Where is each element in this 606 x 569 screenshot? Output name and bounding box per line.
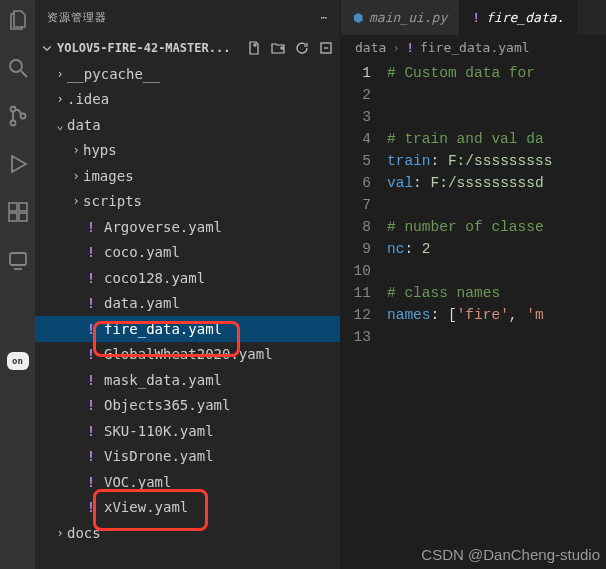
chevron-right-icon: ›: [69, 169, 83, 183]
svg-point-0: [10, 60, 22, 72]
refresh-icon[interactable]: [294, 40, 310, 56]
tree-folder-scripts[interactable]: ›scripts: [35, 189, 340, 215]
svg-rect-9: [19, 203, 27, 211]
svg-point-2: [10, 107, 15, 112]
yaml-icon: !: [83, 448, 99, 464]
yaml-icon: !: [406, 40, 414, 55]
tree-file-argoverse[interactable]: !Argoverse.yaml: [35, 214, 340, 240]
tree-folder-pycache[interactable]: ›__pycache__: [35, 61, 340, 87]
sidebar-title-label: 资源管理器: [47, 10, 107, 25]
root-folder-label: YOLOV5-FIRE-42-MASTER...: [57, 41, 242, 55]
folder-header[interactable]: YOLOV5-FIRE-42-MASTER...: [35, 35, 340, 61]
yaml-icon: !: [472, 10, 480, 25]
search-icon[interactable]: [6, 56, 30, 80]
svg-rect-7: [9, 213, 17, 221]
tree-file-coco128[interactable]: !coco128.yaml: [35, 265, 340, 291]
svg-rect-8: [19, 213, 27, 221]
activity-bar: on: [0, 0, 35, 569]
yaml-icon: !: [83, 219, 99, 235]
svg-line-1: [21, 71, 27, 77]
yaml-icon: !: [83, 244, 99, 260]
chevron-right-icon: ›: [53, 526, 67, 540]
editor-area: ⬢ main_ui.py ! fire_data. data › ! fire_…: [340, 0, 606, 569]
tree-file-fire-data[interactable]: !fire_data.yaml: [35, 316, 340, 342]
remote-icon[interactable]: [6, 248, 30, 272]
tab-main-ui[interactable]: ⬢ main_ui.py: [341, 0, 460, 35]
sidebar-title: 资源管理器 ⋯: [35, 0, 340, 35]
tree-file-voc[interactable]: !VOC.yaml: [35, 469, 340, 495]
chevron-right-icon: ›: [392, 40, 400, 55]
chevron-down-icon: [41, 42, 53, 54]
svg-marker-5: [12, 156, 26, 172]
file-tree[interactable]: ›__pycache__ ›.idea ⌄data ›hyps ›images …: [35, 61, 340, 569]
svg-point-3: [10, 121, 15, 126]
sidebar-explorer: 资源管理器 ⋯ YOLOV5-FIRE-42-MASTER... ›__pyca…: [35, 0, 340, 569]
svg-rect-6: [9, 203, 17, 211]
watermark: CSDN @DanCheng-studio: [421, 546, 600, 563]
tree-folder-idea[interactable]: ›.idea: [35, 87, 340, 113]
yaml-icon: !: [83, 474, 99, 490]
breadcrumb[interactable]: data › ! fire_data.yaml: [341, 35, 606, 59]
editor-tabs: ⬢ main_ui.py ! fire_data.: [341, 0, 606, 35]
tree-file-sku110k[interactable]: !SKU-110K.yaml: [35, 418, 340, 444]
new-folder-icon[interactable]: [270, 40, 286, 56]
tree-file-visdrone[interactable]: !VisDrone.yaml: [35, 444, 340, 470]
tree-file-coco[interactable]: !coco.yaml: [35, 240, 340, 266]
yaml-icon: !: [83, 423, 99, 439]
chevron-right-icon: ›: [53, 92, 67, 106]
svg-rect-10: [10, 253, 26, 265]
yaml-icon: !: [83, 372, 99, 388]
source-control-icon[interactable]: [6, 104, 30, 128]
code-editor[interactable]: 1# Custom data for 2 3 4# train and val …: [341, 59, 606, 569]
yaml-icon: !: [83, 295, 99, 311]
yaml-icon: !: [83, 321, 99, 337]
yaml-icon: !: [83, 346, 99, 362]
tree-file-maskdata[interactable]: !mask_data.yaml: [35, 367, 340, 393]
files-icon[interactable]: [6, 8, 30, 32]
yaml-icon: !: [83, 397, 99, 413]
chevron-right-icon: ›: [53, 67, 67, 81]
yaml-icon: !: [83, 270, 99, 286]
yaml-icon: !: [83, 499, 99, 515]
debug-icon[interactable]: [6, 152, 30, 176]
collapse-icon[interactable]: [318, 40, 334, 56]
breadcrumb-segment[interactable]: fire_data.yaml: [420, 40, 530, 55]
tree-file-data-yaml[interactable]: !data.yaml: [35, 291, 340, 317]
chevron-right-icon: ›: [69, 143, 83, 157]
more-icon[interactable]: ⋯: [320, 11, 328, 24]
tree-folder-data[interactable]: ⌄data: [35, 112, 340, 138]
tree-file-globalwheat[interactable]: !GlobalWheat2020.yaml: [35, 342, 340, 368]
tree-folder-docs[interactable]: ›docs: [35, 520, 340, 546]
tab-label: main_ui.py: [369, 10, 447, 25]
tree-folder-images[interactable]: ›images: [35, 163, 340, 189]
chevron-down-icon: ⌄: [53, 118, 67, 132]
more-icon[interactable]: on: [7, 352, 29, 370]
extensions-icon[interactable]: [6, 200, 30, 224]
python-icon: ⬢: [353, 11, 363, 25]
tab-label: fire_data.: [486, 10, 564, 25]
chevron-right-icon: ›: [69, 194, 83, 208]
tree-file-objects365[interactable]: !Objects365.yaml: [35, 393, 340, 419]
tree-folder-hyps[interactable]: ›hyps: [35, 138, 340, 164]
tree-file-xview[interactable]: !xView.yaml: [35, 495, 340, 521]
tab-fire-data[interactable]: ! fire_data.: [460, 0, 577, 35]
breadcrumb-segment[interactable]: data: [355, 40, 386, 55]
new-file-icon[interactable]: [246, 40, 262, 56]
